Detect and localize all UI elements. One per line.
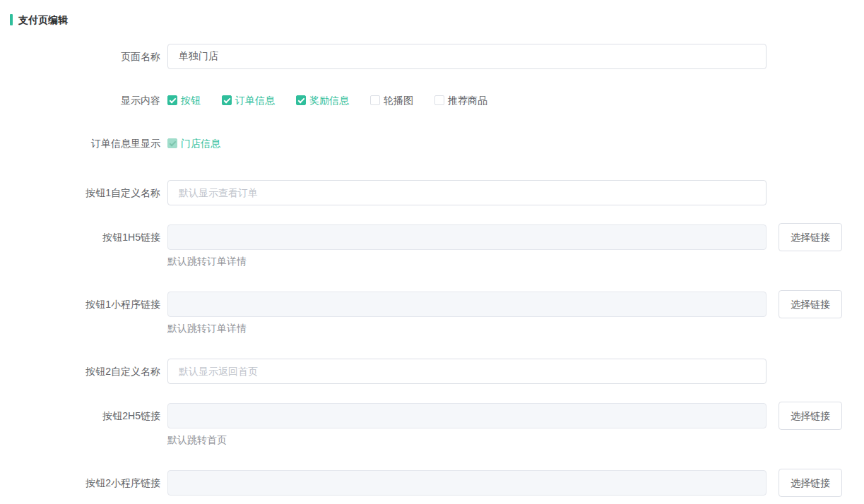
btn2-h5-link-label: 按钮2H5链接 — [0, 403, 160, 428]
page-name-label: 页面名称 — [0, 44, 160, 69]
select-link-button[interactable]: 选择链接 — [779, 223, 842, 251]
checkbox-order-info[interactable]: 订单信息 — [222, 93, 275, 107]
btn1-mini-link-input — [167, 292, 767, 317]
payment-page-form: 页面名称 显示内容 按钮 订单信息 奖励信息 轮播图 — [0, 44, 864, 497]
display-content-checkbox-group: 按钮 订单信息 奖励信息 轮播图 推荐商品 — [167, 93, 509, 107]
display-content-label: 显示内容 — [0, 93, 160, 107]
form-item-page-name: 页面名称 — [0, 44, 864, 69]
checkbox-carousel[interactable]: 轮播图 — [370, 93, 413, 107]
btn1-name-input[interactable] — [167, 180, 767, 205]
btn2-mini-link-input — [167, 470, 767, 496]
order-info-display-checkbox-group: 门店信息 — [167, 136, 242, 150]
checkbox-icon — [167, 138, 177, 148]
checkbox-reward-info[interactable]: 奖励信息 — [296, 93, 349, 107]
field-hint: 默认跳转订单详情 — [167, 256, 767, 266]
btn1-h5-link-label: 按钮1H5链接 — [0, 224, 160, 250]
page-name-input[interactable] — [167, 44, 767, 69]
form-item-btn2-name: 按钮2自定义名称 — [0, 359, 864, 384]
checkbox-icon[interactable] — [222, 95, 232, 105]
checkbox-icon[interactable] — [296, 95, 306, 105]
btn2-name-input[interactable] — [167, 359, 767, 384]
checkbox-recommended-products[interactable]: 推荐商品 — [434, 93, 487, 107]
btn2-mini-link-label: 按钮2小程序链接 — [0, 470, 160, 496]
btn1-name-label: 按钮1自定义名称 — [0, 180, 160, 205]
btn1-h5-link-input — [167, 224, 767, 250]
checkbox-icon[interactable] — [167, 95, 177, 105]
field-hint: 默认跳转订单详情 — [167, 323, 767, 333]
btn1-mini-link-label: 按钮1小程序链接 — [0, 292, 160, 317]
select-link-button[interactable]: 选择链接 — [779, 469, 842, 497]
btn2-name-label: 按钮2自定义名称 — [0, 359, 160, 384]
checkbox-icon[interactable] — [370, 95, 380, 105]
btn2-h5-link-input — [167, 403, 767, 428]
form-item-display-content: 显示内容 按钮 订单信息 奖励信息 轮播图 推荐商品 — [0, 93, 864, 107]
form-item-order-info-display: 订单信息里显示 门店信息 — [0, 136, 864, 150]
select-link-button[interactable]: 选择链接 — [779, 290, 842, 318]
form-item-btn1-h5-link: 按钮1H5链接 默认跳转订单详情 选择链接 — [0, 224, 864, 266]
form-item-btn1-mini-link: 按钮1小程序链接 默认跳转订单详情 选择链接 — [0, 292, 864, 333]
form-item-btn1-name: 按钮1自定义名称 — [0, 180, 864, 205]
title-accent-bar — [10, 14, 13, 25]
checkbox-button[interactable]: 按钮 — [167, 93, 201, 107]
select-link-button[interactable]: 选择链接 — [779, 402, 842, 430]
field-hint: 默认跳转首页 — [167, 435, 767, 445]
form-item-btn2-h5-link: 按钮2H5链接 默认跳转首页 选择链接 — [0, 403, 864, 445]
page-title: 支付页编辑 — [10, 14, 864, 25]
checkbox-icon[interactable] — [434, 95, 444, 105]
order-info-display-label: 订单信息里显示 — [0, 136, 160, 150]
checkbox-store-info: 门店信息 — [167, 136, 220, 150]
form-item-btn2-mini-link: 按钮2小程序链接 选择链接 — [0, 470, 864, 497]
page-title-text: 支付页编辑 — [18, 14, 68, 25]
